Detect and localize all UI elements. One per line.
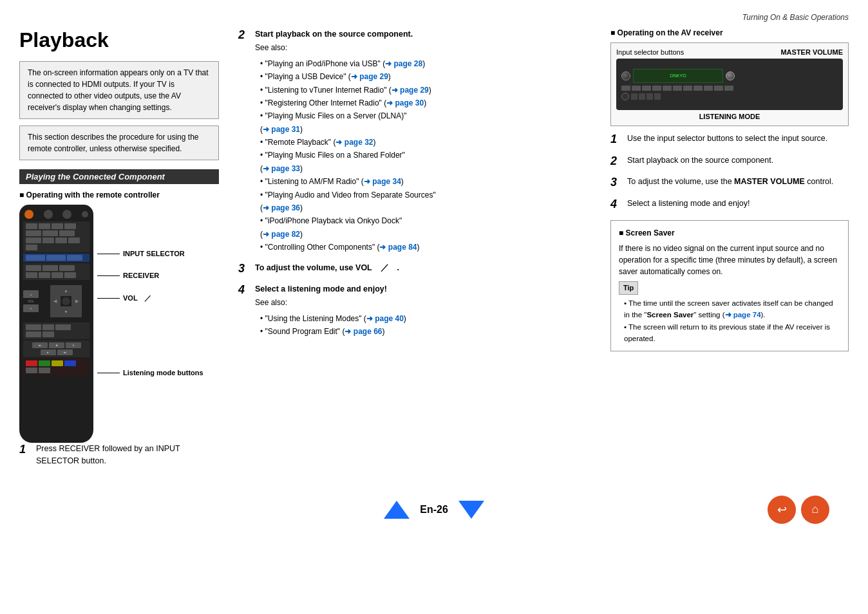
step-2-num: 2 [238,28,250,254]
av-input-btn-7 [683,86,692,91]
callout-line-1 [97,254,120,254]
remote-colored-red [26,360,37,366]
remote-dpad-empty-2 [71,285,82,296]
av-knob-right [726,71,735,80]
link-p32[interactable]: page 32 [335,138,373,147]
footer-back-button[interactable]: ↩ [768,496,796,524]
av-front-panel: ONKYO [616,59,843,110]
link-p33[interactable]: page 33 [263,164,300,173]
remote-dpad [50,285,82,317]
remote-mid-btn-1 [26,265,41,271]
footer-icons: ↩ ⌂ [768,496,829,524]
av-bottom-row [621,93,838,100]
right-step-4: 4 Select a listening mode and enjoy! [610,198,849,212]
link-p34[interactable]: page 34 [364,177,401,186]
av-input-btn-9 [704,86,713,91]
left-column: Playback The on-screen information appea… [19,28,219,475]
remote-dpad-empty-3 [50,306,61,317]
callout-receiver: RECEIVER [97,272,203,279]
footer-home-button[interactable]: ⌂ [801,496,829,524]
step-4-see-also: See also: [255,297,591,308]
link-p74[interactable]: page 74 [725,311,761,319]
remote-bottom-band [23,358,90,375]
link-p40[interactable]: page 40 [366,314,404,323]
remote-btn-4 [82,211,88,218]
step-3-text: To adjust the volume, use VOL ／ . [255,263,399,272]
tip-badge: Tip [619,281,638,295]
remote-tiny-btn-10 [55,237,67,243]
link-p31[interactable]: page 31 [263,125,300,134]
remote-bottom-btn-6 [39,367,50,373]
right-step-2-num: 2 [610,154,622,169]
step-2: 2 Start playback on the source component… [238,28,591,254]
screen-saver-title: Screen Saver [619,227,840,239]
link-p28[interactable]: page 28 [385,59,422,68]
remote-colored-blue [64,360,76,366]
remote-mid-band [23,263,90,280]
remote-blue-btn-2 [46,255,66,261]
subsection-operating-remote: Operating with the remote controller [19,191,219,200]
footer-prev-button[interactable] [384,501,410,519]
av-input-btn-3 [642,86,651,91]
link-p30[interactable]: page 30 [386,98,424,107]
remote-play-btn-1: ⏮ [32,342,48,348]
callout-line-2 [97,275,120,276]
av-input-btn-8 [693,86,703,91]
av-display-screen: ONKYO [633,69,723,83]
footer-nav: En-26 [384,501,484,519]
remote-input-selector-band [23,221,90,252]
remote-dpad-row: ▲ VOL ▼ [23,283,90,320]
bullet-usb: "Playing a USB Device" (page 29) [260,70,591,83]
av-panel-content: ONKYO [616,66,843,103]
remote-vol-up: ▲ [23,290,39,298]
remote-blue-band [23,254,90,262]
remote-dpad-left [50,296,61,307]
bullet-av-separate: "Playing Audio and Video from Separate S… [260,189,591,215]
page-header: Turning On & Basic Operations [19,13,849,22]
link-p29b[interactable]: page 29 [392,86,429,95]
callout-vol-label: VOL ／ [123,293,151,303]
remote-btn-2 [44,210,53,219]
remote-tiny-btn-11 [68,237,80,243]
remote-mid-btn-5 [39,272,50,278]
link-p66[interactable]: page 66 [344,327,382,336]
main-layout: Playback The on-screen information appea… [19,28,849,475]
link-p36[interactable]: page 36 [263,203,300,212]
remote-bottom-btn-5 [26,367,37,373]
av-input-btn-10 [714,86,723,91]
remote-tiny-btn-2 [39,223,50,229]
bullet-remote-playback: "Remote Playback" (page 32) [260,136,591,149]
remote-mid-btn-3 [59,265,75,271]
remote-tiny-btn-8 [26,237,41,243]
step-3: 3 To adjust the volume, use VOL ／ . [238,262,591,276]
remote-dpad-right [71,296,82,307]
back-icon: ↩ [777,503,787,517]
step-1-text: Press RECEIVER followed by an INPUT SELE… [36,444,180,465]
step-2-content: Start playback on the source component. … [255,28,591,254]
remote-ctrl-btn-1 [26,324,41,330]
right-step-1: 1 Use the input selector buttons to sele… [610,133,849,147]
av-bottom-knob [621,93,629,100]
tip-1-bold: Screen Saver [646,311,693,319]
link-p84[interactable]: page 84 [379,243,417,252]
remote-play-btn-4: ▶ [41,349,56,355]
remote-colored-yellow [52,360,63,366]
av-label-master-volume: MASTER VOLUME [780,48,843,56]
remote-ctrl-btn-4 [26,331,41,337]
footer-next-button[interactable] [458,501,484,519]
av-input-btn-4 [652,86,661,91]
link-p82[interactable]: page 82 [263,230,300,239]
link-p29a[interactable]: page 29 [351,72,388,81]
remote-tiny-btn-7 [59,230,75,236]
callout-line-3 [97,298,120,299]
page-footer: En-26 ↩ ⌂ [19,494,849,525]
right-step-3-content: To adjust the volume, use the MASTER VOL… [627,176,849,190]
bullet-amfm: "Listening to AM/FM Radio" (page 34) [260,175,591,188]
remote-mid-btn-7 [64,272,76,278]
tip-2: The screen will return to its previous s… [624,321,840,345]
remote-tiny-btn-1 [26,223,37,229]
av-bottom-btn-2 [639,93,645,100]
remote-vol-dn: ▼ [23,304,39,312]
info-box-remote-text: This section describes the procedure for… [28,131,211,154]
right-step-1-content: Use the input selector buttons to select… [627,133,849,147]
